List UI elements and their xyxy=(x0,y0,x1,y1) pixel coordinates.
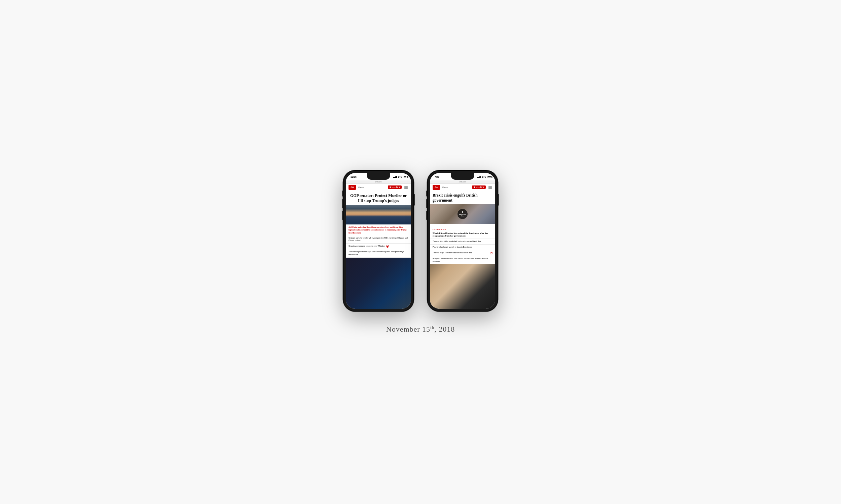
news-item-1-1[interactable]: Graham says he 'totally' will investigat… xyxy=(346,236,411,244)
url-text-2: cnn.com xyxy=(460,181,466,183)
volume-up-button-1 xyxy=(342,199,343,208)
news-item-text-2-1: Theresa May hit by bombshell resignation… xyxy=(433,240,481,243)
phone-1-screen: 12:06 LTE xyxy=(346,173,411,309)
news-item-1-2[interactable]: Grassley downplays concerns over Whitake… xyxy=(346,244,411,249)
news-item-text-2-3: Theresa May: This draft was not final Br… xyxy=(433,252,472,254)
content-area-1: GOP senator: Protect Mueller or I'll sto… xyxy=(346,191,411,309)
live-tv-chevron-1: ▾ xyxy=(399,186,400,188)
volume-down-button-1 xyxy=(342,211,343,220)
news-item-text-2-4: Analysis: What the Brexit deal means for… xyxy=(433,257,493,263)
cnn-logo-2[interactable]: CNN xyxy=(433,185,440,190)
bottom-image-1 xyxy=(346,258,411,309)
hamburger-line-2-1 xyxy=(488,186,492,187)
cnn-nav-1: CNN Home Live TV ▾ xyxy=(346,184,411,191)
hero-image-2: Watch CNN Live xyxy=(430,204,495,224)
status-time-2: 7:40 xyxy=(435,176,439,178)
news-item-text-1-1: Graham says he 'totally' will investigat… xyxy=(348,237,408,242)
signal-bar-2-2 xyxy=(478,177,479,178)
news-item-2-4[interactable]: Analysis: What the Brexit deal means for… xyxy=(430,256,495,264)
url-text-1: cnn.com xyxy=(375,181,382,183)
news-item-circle-1-2 xyxy=(386,245,389,248)
hero-image-1 xyxy=(346,205,411,224)
watch-label: Watch CNN Live xyxy=(458,213,468,217)
news-item-2-2[interactable]: Pound falls sharply as risk of chaotic B… xyxy=(430,245,495,250)
signal-bar-2-4 xyxy=(480,176,481,178)
watch-cnn-btn[interactable]: Watch CNN Live xyxy=(458,209,468,219)
news-item-circle-2-3 xyxy=(490,252,493,254)
cnn-logo-1[interactable]: CNN xyxy=(348,185,356,190)
live-tv-btn-1[interactable]: Live TV ▾ xyxy=(388,185,402,189)
news-item-1-3[interactable]: Text messages show Roger Stone discussin… xyxy=(346,249,411,257)
signal-type-2: LTE xyxy=(482,176,486,178)
date-year: , 2018 xyxy=(434,325,455,333)
mute-button-1 xyxy=(342,191,343,197)
play-icon xyxy=(462,211,464,213)
status-right-2: LTE xyxy=(477,176,492,178)
live-tv-label-2: Live TV xyxy=(476,186,482,188)
hamburger-line-3 xyxy=(404,188,408,189)
news-item-text-1-3: Text messages show Roger Stone discussin… xyxy=(348,251,408,256)
red-summary-1[interactable]: Jeff Flake and other Republican senators… xyxy=(346,224,411,236)
mute-button-2 xyxy=(426,191,427,197)
phones-row: 12:06 LTE xyxy=(343,170,498,311)
live-updates-bar[interactable]: LIVE UPDATES Watch Prime Minister May de… xyxy=(430,224,495,239)
content-area-2: Brexit crisis engulfs British government… xyxy=(430,191,495,309)
news-item-2-1[interactable]: Theresa May hit by bombshell resignation… xyxy=(430,239,495,245)
news-item-circle-inner-2-3 xyxy=(491,252,492,253)
cnn-nav-2: CNN Home Live TV ▾ xyxy=(430,184,495,191)
bottom-image-2 xyxy=(430,264,495,309)
signal-bar-3 xyxy=(395,176,396,178)
battery-fill-2 xyxy=(488,176,491,177)
phone-2: 7:40 LTE xyxy=(427,170,498,311)
live-updates-label: LIVE UPDATES xyxy=(433,229,446,231)
battery-1 xyxy=(403,176,408,178)
battery-fill-1 xyxy=(404,176,406,177)
date-superscript: th xyxy=(430,325,434,330)
signal-bar-4 xyxy=(396,176,397,178)
headline-2[interactable]: Brexit crisis engulfs British government xyxy=(430,191,495,204)
hamburger-line-2 xyxy=(404,187,408,188)
news-item-text-2-2: Pound falls sharply as risk of chaotic B… xyxy=(433,246,472,249)
power-button-2 xyxy=(498,194,499,205)
power-button-1 xyxy=(414,194,415,205)
nav-home-2[interactable]: Home xyxy=(442,186,470,188)
url-bar-2[interactable]: cnn.com xyxy=(430,180,495,184)
phone-2-screen: 7:40 LTE xyxy=(430,173,495,309)
volume-down-button-2 xyxy=(426,211,427,220)
hamburger-line-1 xyxy=(404,186,408,187)
live-tv-dot-1 xyxy=(390,186,391,188)
nav-home-1[interactable]: Home xyxy=(358,186,386,188)
volume-up-button-2 xyxy=(426,199,427,208)
live-tv-chevron-2: ▾ xyxy=(483,186,484,188)
signal-bars-2 xyxy=(477,176,481,178)
hamburger-menu-1[interactable] xyxy=(404,185,408,190)
status-right-1: LTE xyxy=(393,176,408,178)
url-bar-1[interactable]: cnn.com xyxy=(346,180,411,184)
hamburger-line-2-2 xyxy=(488,187,492,188)
signal-bar-2-1 xyxy=(477,177,478,178)
status-time-1: 12:06 xyxy=(350,176,357,178)
page-container: 12:06 LTE xyxy=(343,170,498,334)
phone-notch-1 xyxy=(367,173,390,180)
date-text: November 15 xyxy=(386,325,430,333)
news-item-text-1-2: Grassley downplays concerns over Whitake… xyxy=(348,245,385,248)
phone-notch-2 xyxy=(451,173,474,180)
news-item-circle-inner-1-2 xyxy=(387,246,388,247)
signal-bar-2-3 xyxy=(479,176,480,178)
signal-bar-1 xyxy=(393,177,394,178)
signal-type-1: LTE xyxy=(398,176,402,178)
headline-1[interactable]: GOP senator: Protect Mueller or I'll sto… xyxy=(346,191,411,205)
hamburger-menu-2[interactable] xyxy=(488,185,493,190)
live-tv-label-1: Live TV xyxy=(392,186,398,188)
hamburger-line-2-3 xyxy=(488,188,492,189)
signal-bar-2 xyxy=(394,177,395,178)
signal-bars-1 xyxy=(393,176,397,178)
news-item-2-3[interactable]: Theresa May: This draft was not final Br… xyxy=(430,250,495,256)
phone-1: 12:06 LTE xyxy=(343,170,414,311)
battery-2 xyxy=(487,176,492,178)
live-tv-btn-2[interactable]: Live TV ▾ xyxy=(472,185,486,189)
live-tv-dot-2 xyxy=(474,186,475,188)
date-label: November 15th, 2018 xyxy=(386,325,455,334)
live-updates-text: Watch Prime Minister May defend the Brex… xyxy=(433,232,493,237)
